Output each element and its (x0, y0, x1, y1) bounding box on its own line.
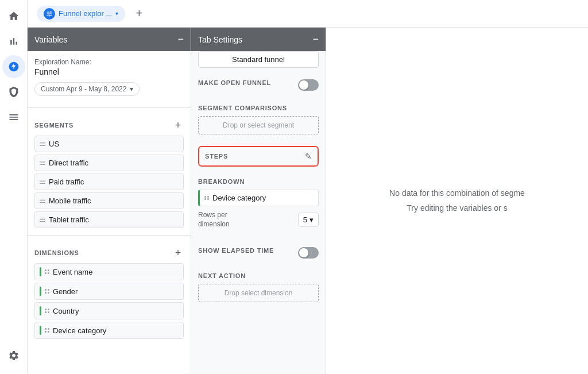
date-chip-label: Custom Apr 9 - May 8, 2022 (41, 85, 126, 93)
segments-label: SEGMENTS (34, 122, 74, 129)
top-bar: Funnel explor ... ▾ + (28, 0, 588, 28)
dimension-event-name[interactable]: Event name (34, 263, 184, 280)
add-tab-button[interactable]: + (130, 5, 148, 23)
variables-header: Variables − (28, 28, 191, 51)
drag-handle-icon (45, 328, 49, 333)
drop-segment-zone[interactable]: Drop or select segment (198, 116, 319, 134)
drag-handle-icon (204, 196, 209, 201)
nav-explore[interactable] (2, 55, 25, 78)
chevron-down-icon: ▾ (130, 85, 133, 93)
make-open-funnel-row: MAKE OPEN FUNNEL (198, 79, 319, 91)
main-content: Funnel explor ... ▾ + Variables − Explor… (28, 0, 588, 374)
tab-settings-panel: Tab Settings − Standard funnel MAKE OPEN… (191, 28, 326, 374)
tab-settings-title: Tab Settings (198, 35, 242, 44)
rows-per-dimension-row: Rows per dimension 5 ▾ (198, 211, 319, 229)
panels-row: Variables − Exploration Name: Funnel Cus… (28, 28, 588, 374)
segments-section-header: SEGMENTS + (34, 119, 184, 131)
nav-configure[interactable] (2, 106, 25, 129)
exploration-label: Exploration Name: (34, 58, 184, 66)
drag-handle-icon (40, 218, 45, 222)
segment-tablet-traffic[interactable]: Tablet traffic (34, 211, 184, 228)
dimension-label: Device category (53, 326, 106, 335)
show-elapsed-toggle[interactable] (298, 247, 319, 259)
standard-funnel-button[interactable]: Standard funnel (198, 51, 319, 68)
no-data-line2: Try editing the variables or s (389, 201, 525, 215)
variables-title: Variables (34, 35, 67, 44)
make-open-funnel-toggle[interactable] (298, 79, 319, 91)
drag-handle-icon (40, 180, 45, 184)
nav-home[interactable] (2, 5, 25, 28)
segment-label: Direct traffic (49, 159, 88, 167)
variables-panel: Variables − Exploration Name: Funnel Cus… (28, 28, 191, 374)
add-segment-button[interactable]: + (172, 119, 184, 131)
dimension-label: Country (53, 307, 79, 315)
dimension-label: Event name (53, 268, 92, 276)
rows-value: 5 (303, 215, 307, 224)
rows-select[interactable]: 5 ▾ (298, 213, 319, 227)
dimension-gender[interactable]: Gender (34, 283, 184, 300)
funnel-tab[interactable]: Funnel explor ... ▾ (37, 6, 125, 22)
edit-steps-icon[interactable]: ✎ (305, 152, 312, 161)
breakdown-item-label: Device category (212, 194, 266, 202)
dimension-device-category[interactable]: Device category (34, 322, 184, 339)
drag-handle-icon (40, 142, 45, 146)
make-open-funnel-section: MAKE OPEN FUNNEL (191, 72, 326, 98)
left-nav (0, 0, 28, 374)
dimension-color-bar (40, 267, 41, 276)
drag-handle-icon (40, 161, 45, 165)
drop-dimension-zone[interactable]: Drop select dimension (198, 284, 319, 302)
nav-reports[interactable] (2, 30, 25, 53)
exploration-info: Exploration Name: Funnel Custom Apr 9 - … (28, 51, 191, 103)
nav-advertising[interactable] (2, 80, 25, 103)
chevron-down-icon: ▾ (115, 10, 118, 17)
make-open-funnel-label: MAKE OPEN FUNNEL (198, 79, 271, 86)
no-data-line1: No data for this combination of segme (389, 186, 525, 201)
variables-minimize[interactable]: − (177, 33, 184, 45)
chevron-down-icon: ▾ (310, 215, 314, 224)
breakdown-label: BREAKDOWN (198, 178, 319, 185)
dimension-color-bar (40, 306, 41, 315)
dimension-color-bar (40, 287, 41, 296)
dimension-label: Gender (53, 287, 78, 296)
visualization-area: No data for this combination of segme Tr… (326, 28, 588, 374)
segment-label: Tablet traffic (49, 215, 89, 224)
segment-label: US (49, 140, 59, 148)
segment-direct-traffic[interactable]: Direct traffic (34, 155, 184, 171)
no-data-message: No data for this combination of segme Tr… (389, 186, 525, 215)
divider (28, 107, 191, 108)
show-elapsed-section: SHOW ELAPSED TIME (191, 240, 326, 265)
segment-us[interactable]: US (34, 136, 184, 152)
dimensions-label: DIMENSIONS (34, 249, 79, 256)
divider (28, 235, 191, 236)
next-action-section: NEXT ACTION Drop select dimension (191, 265, 326, 309)
add-dimension-button[interactable]: + (172, 247, 184, 259)
nav-settings[interactable] (2, 344, 25, 367)
breakdown-section: BREAKDOWN Device category Rows per dimen… (191, 171, 326, 240)
date-range-chip[interactable]: Custom Apr 9 - May 8, 2022 ▾ (34, 82, 140, 96)
exploration-name: Funnel (34, 67, 184, 76)
tab-label: Funnel explor ... (59, 9, 112, 18)
segment-mobile-traffic[interactable]: Mobile traffic (34, 192, 184, 209)
steps-label: STEPS (205, 153, 228, 160)
segment-label: Paid traffic (49, 178, 84, 186)
segment-comparisons-section: SEGMENT COMPARISONS Drop or select segme… (191, 98, 326, 141)
steps-section: STEPS ✎ (198, 146, 319, 167)
toggle-thumb (299, 80, 308, 90)
rows-label: Rows per dimension (198, 211, 230, 229)
tab-icon (44, 8, 55, 20)
drag-handle-icon (40, 199, 45, 203)
dimensions-section-header: DIMENSIONS + (34, 247, 184, 259)
tab-settings-header: Tab Settings − (191, 28, 326, 51)
tab-settings-minimize[interactable]: − (312, 33, 319, 45)
segment-comparisons-label: SEGMENT COMPARISONS (198, 105, 319, 111)
segment-paid-traffic[interactable]: Paid traffic (34, 173, 184, 190)
drag-handle-icon (45, 309, 49, 313)
drag-handle-icon (45, 289, 49, 294)
show-elapsed-label: SHOW ELAPSED TIME (198, 247, 274, 254)
breakdown-item[interactable]: Device category (198, 190, 319, 206)
drag-handle-icon (45, 269, 49, 274)
dimension-country[interactable]: Country (34, 302, 184, 319)
segment-label: Mobile traffic (49, 196, 91, 205)
toggle-thumb (299, 248, 308, 257)
next-action-label: NEXT ACTION (198, 272, 319, 279)
